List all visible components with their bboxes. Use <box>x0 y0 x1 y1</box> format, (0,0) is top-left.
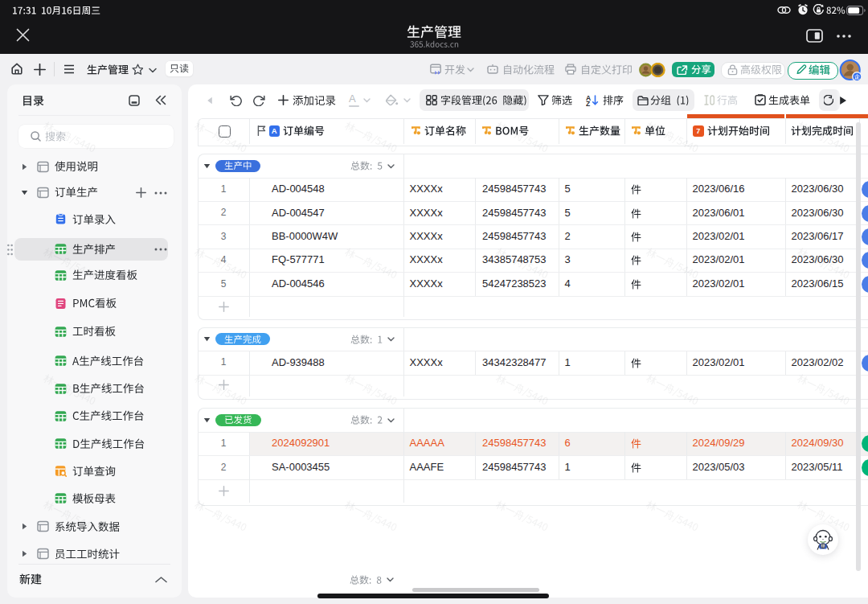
svg-text:Z: Z <box>586 100 590 106</box>
